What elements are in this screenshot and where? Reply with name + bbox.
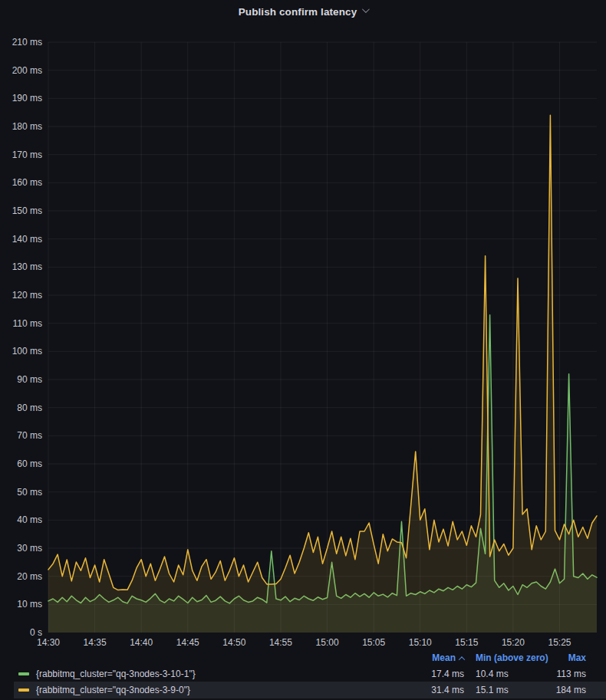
x-tick-label: 14:30	[25, 637, 71, 648]
y-tick-label: 170 ms	[0, 150, 42, 160]
y-tick-label: 90 ms	[0, 374, 42, 385]
y-tick-label: 150 ms	[0, 205, 42, 216]
x-tick-label: 15:00	[305, 637, 351, 648]
series-fill-1	[48, 115, 597, 633]
legend-table: Mean Min (above zero) Max {rabbitmq_clus…	[0, 649, 606, 698]
legend-header-row: Mean Min (above zero) Max	[14, 650, 606, 665]
x-tick-label: 15:10	[397, 637, 443, 648]
x-tick-label: 14:45	[165, 637, 211, 648]
x-tick-label: 14:35	[72, 637, 118, 648]
x-tick-label: 15:20	[490, 637, 536, 648]
y-tick-label: 100 ms	[0, 346, 42, 357]
series-label[interactable]: {rabbitmq_cluster="qq-3nodes-3-9-0"}	[36, 685, 190, 695]
series-color-swatch-green[interactable]	[18, 672, 29, 675]
mean-value: 17.4 ms	[399, 669, 464, 679]
x-tick-label: 15:15	[443, 637, 489, 648]
y-tick-label: 110 ms	[0, 318, 42, 329]
x-tick-label: 14:50	[211, 637, 257, 648]
mean-value: 31.4 ms	[399, 685, 464, 695]
time-series-plot[interactable]	[0, 0, 606, 649]
y-tick-label: 180 ms	[0, 121, 42, 132]
series-toggle[interactable]: {rabbitmq_cluster="qq-3nodes-3-10-1"}	[18, 669, 399, 679]
y-tick-label: 120 ms	[0, 290, 42, 301]
y-tick-label: 190 ms	[0, 93, 42, 104]
mean-column-label: Mean	[432, 652, 456, 663]
y-tick-label: 50 ms	[0, 487, 42, 498]
y-tick-label: 60 ms	[0, 458, 42, 469]
legend-sort-max[interactable]: Max	[549, 652, 586, 663]
y-tick-label: 160 ms	[0, 177, 42, 188]
grafana-panel: Publish confirm latency 0 s10 ms20 ms30 …	[0, 0, 606, 700]
min-value: 15.1 ms	[464, 685, 549, 695]
y-tick-label: 80 ms	[0, 403, 42, 413]
min-value: 10.4 ms	[464, 669, 549, 679]
x-tick-label: 15:05	[351, 637, 397, 648]
time-series-chart[interactable]: 0 s10 ms20 ms30 ms40 ms50 ms60 ms70 ms80…	[0, 0, 606, 649]
legend-sort-min[interactable]: Min (above zero)	[464, 652, 549, 663]
x-tick-label: 14:55	[258, 637, 304, 648]
max-value: 184 ms	[549, 685, 586, 695]
y-tick-label: 70 ms	[0, 430, 42, 441]
legend-row-qq-3nodes-3-9-0: {rabbitmq_cluster="qq-3nodes-3-9-0"} 31.…	[14, 682, 606, 698]
x-tick-label: 15:25	[537, 637, 583, 648]
y-tick-label: 40 ms	[0, 514, 42, 525]
y-tick-label: 0 s	[0, 627, 42, 638]
y-tick-label: 210 ms	[0, 37, 42, 48]
y-tick-label: 200 ms	[0, 65, 42, 76]
series-toggle[interactable]: {rabbitmq_cluster="qq-3nodes-3-9-0"}	[18, 685, 399, 695]
y-tick-label: 10 ms	[0, 599, 42, 610]
y-tick-label: 130 ms	[0, 261, 42, 272]
legend-row-qq-3nodes-3-10-1: {rabbitmq_cluster="qq-3nodes-3-10-1"} 17…	[14, 665, 606, 682]
max-value: 113 ms	[549, 669, 586, 679]
x-tick-label: 14:40	[118, 637, 164, 648]
series-color-swatch-yellow[interactable]	[18, 688, 29, 692]
y-tick-label: 20 ms	[0, 571, 42, 582]
series-label[interactable]: {rabbitmq_cluster="qq-3nodes-3-10-1"}	[36, 669, 196, 679]
legend-sort-mean[interactable]: Mean	[399, 652, 464, 663]
y-tick-label: 140 ms	[0, 234, 42, 245]
y-tick-label: 30 ms	[0, 543, 42, 554]
